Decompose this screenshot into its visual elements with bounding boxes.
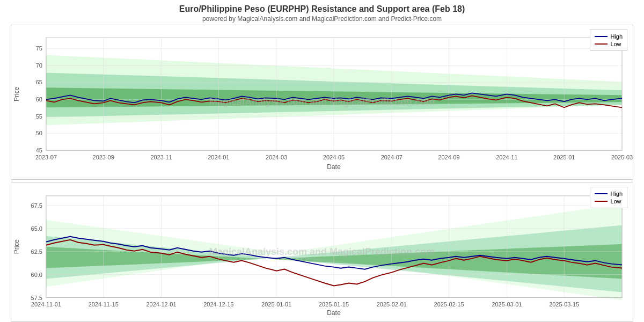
x-label-202403: 2024-03 — [266, 154, 287, 160]
y-label-65: 65.0 — [31, 225, 42, 231]
x-axis-title1: Date — [327, 163, 341, 171]
chart1-legend: High Low — [590, 30, 627, 51]
high-legend-label1: High — [610, 33, 623, 40]
charts-wrapper: MagicalAnalysis.com and MagicalPredictio… — [11, 25, 633, 322]
x-label-202307: 2023-07 — [35, 154, 57, 160]
x-label-20250215: 2025-02-15 — [434, 301, 464, 308]
x-label-20250301: 2025-03-01 — [492, 301, 522, 308]
x-label-20250115: 2025-01-15 — [319, 301, 349, 308]
x-label-202411: 2024-11 — [496, 154, 517, 160]
x-label-202409: 2024-09 — [438, 154, 459, 160]
chart2-legend: High Low — [590, 187, 627, 208]
legend-high1: High — [595, 33, 623, 40]
chart1-container: MagicalAnalysis.com and MagicalPredictio… — [11, 25, 633, 180]
y-label-65: 65 — [36, 79, 42, 85]
x-label-202501: 2025-01 — [553, 154, 575, 160]
low-legend-label1: Low — [610, 41, 621, 47]
x-label-202503: 2025-03 — [611, 154, 633, 160]
chart2-container: MagicalAnalysis.com and MagicalPredictio… — [11, 182, 633, 322]
chart1-svg: 45 50 55 60 65 70 75 2023-07 2023-09 202… — [11, 25, 633, 179]
y-axis-title1: Price — [13, 86, 20, 101]
page-subtitle: powered by MagicalAnalysis.com and Magic… — [202, 15, 442, 23]
y-label-57_5: 57.5 — [31, 294, 42, 301]
x-label-202407: 2024-07 — [381, 154, 402, 160]
chart2-svg: 57.5 60.0 62.5 65.0 67.5 2024-11-01 2024… — [11, 182, 633, 321]
y-label-62_5: 62.5 — [31, 248, 42, 254]
y-label-75: 75 — [36, 45, 42, 52]
y-label-55: 55 — [36, 113, 42, 120]
y-label-60: 60 — [36, 96, 42, 103]
x-label-20250101: 2025-01-01 — [261, 301, 291, 308]
x-label-20241101: 2024-11-01 — [31, 301, 61, 308]
legend-low2: Low — [595, 198, 623, 204]
legend-low1: Low — [595, 41, 623, 47]
y-label-50: 50 — [36, 130, 42, 136]
x-label-202311: 2023-11 — [150, 154, 172, 160]
x-label-20250315: 2025-03-15 — [549, 301, 579, 308]
x-label-202405: 2024-05 — [323, 154, 345, 160]
low-legend-line1 — [595, 43, 608, 45]
x-label-202309: 2023-09 — [93, 154, 114, 160]
y-label-45: 45 — [36, 147, 42, 153]
high-legend-line1 — [595, 36, 608, 37]
x-label-20241115: 2024-11-15 — [89, 301, 119, 308]
x-label-20241201: 2024-12-01 — [146, 301, 176, 308]
x-label-20241215: 2024-12-15 — [203, 301, 233, 308]
low-legend-label2: Low — [610, 198, 621, 204]
y-label-67_5: 67.5 — [31, 202, 42, 208]
high-legend-label2: High — [610, 191, 623, 197]
y-axis-title2: Price — [13, 239, 20, 254]
legend-high2: High — [595, 191, 623, 197]
low-legend-line2 — [595, 201, 608, 202]
y-label-70: 70 — [36, 62, 42, 69]
y-label-60: 60.0 — [31, 271, 42, 277]
x-label-20250201: 2025-02-01 — [377, 301, 407, 308]
page-container: Euro/Philippine Peso (EURPHP) Resistance… — [0, 0, 644, 322]
high-legend-line2 — [595, 193, 608, 194]
page-title: Euro/Philippine Peso (EURPHP) Resistance… — [179, 4, 465, 14]
x-label-202401: 2024-01 — [208, 154, 229, 160]
x-axis-title2: Date — [327, 309, 341, 317]
